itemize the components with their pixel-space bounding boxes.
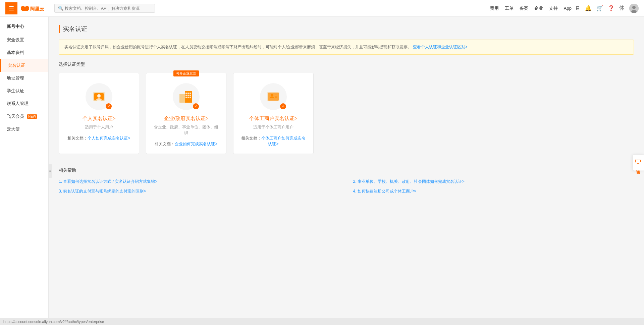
svg-rect-14 bbox=[190, 93, 191, 94]
personal-card-desc: 适用于个人用户 bbox=[85, 124, 113, 130]
float-shield-icon: 🛡 bbox=[635, 158, 642, 166]
sidebar-item-auth[interactable]: 实名认证 bbox=[0, 59, 48, 72]
personal-card-title: 个人实名认证> bbox=[83, 115, 116, 122]
personal-check bbox=[106, 103, 112, 109]
svg-rect-17 bbox=[190, 95, 191, 96]
enterprise-badge: 可开企业发票 bbox=[173, 70, 199, 76]
enterprise-card-desc: 含企业、政府、事业单位、团体、组织 bbox=[153, 124, 219, 136]
cart-icon[interactable]: 🛒 bbox=[596, 5, 603, 11]
sidebar-collapse-button[interactable]: ≡ bbox=[48, 164, 52, 178]
hamburger-button[interactable]: ☰ bbox=[5, 2, 17, 14]
svg-rect-24 bbox=[270, 97, 274, 98]
nav-app[interactable]: App bbox=[564, 6, 572, 11]
status-url: https://account.console.aliyun.com/v2#/a… bbox=[3, 320, 104, 324]
svg-rect-15 bbox=[185, 95, 187, 96]
help-icon[interactable]: ❓ bbox=[608, 5, 614, 11]
svg-rect-13 bbox=[187, 93, 189, 94]
sidebar-item-member[interactable]: 飞天会员 NEW bbox=[0, 110, 48, 123]
svg-point-9 bbox=[96, 98, 102, 101]
svg-point-8 bbox=[97, 94, 101, 98]
sidebar-item-contact[interactable]: 联系人管理 bbox=[0, 97, 48, 110]
personal-doc-link[interactable]: 个人如何完成实名认证> bbox=[88, 136, 130, 141]
card-individual-business[interactable]: 个体工商户实名认证> 适用于个体工商户用户 相关文档：个体工商户如何完成实名认证… bbox=[233, 73, 314, 154]
enterprise-icon-wrap bbox=[173, 83, 200, 110]
enterprise-check bbox=[193, 103, 199, 109]
topbar-icons: 🖥 🔔 🛒 ❓ 体 bbox=[575, 4, 639, 13]
svg-rect-18 bbox=[185, 97, 187, 98]
search-icon: 🔍 bbox=[58, 6, 63, 11]
sidebar-item-profile[interactable]: 基本资料 bbox=[0, 46, 48, 59]
topbar: ☰ 阿里云 🔍 费用 工单 备案 企业 支持 App 🖥 🔔 🛒 ❓ 体 bbox=[0, 0, 644, 17]
card-personal[interactable]: 个人实名认证> 适用于个人用户 相关文档：个人如何完成实名认证> bbox=[59, 73, 139, 154]
main-content: 实名认证 实名认证决定了账号归属，如企业使用的账号进行个人实名认证，在人员变动交… bbox=[49, 17, 644, 325]
individual-icon-wrap bbox=[260, 83, 287, 110]
svg-rect-20 bbox=[190, 97, 191, 98]
sidebar-item-security[interactable]: 安全设置 bbox=[0, 34, 48, 46]
search-box[interactable]: 🔍 bbox=[54, 4, 155, 13]
help-section: 相关帮助 1. 查看如何选择实名认证方式 / 实名认证介绍方式集锦> 2. 事业… bbox=[59, 167, 634, 194]
help-link-4[interactable]: 4. 如何快速注册公司或个体工商户> bbox=[353, 188, 634, 194]
svg-text:阿里云: 阿里云 bbox=[30, 6, 44, 11]
sidebar: 账号中心 安全设置 基本资料 实名认证 地址管理 学生认证 联系人管理 飞天会员… bbox=[0, 17, 49, 325]
svg-rect-16 bbox=[187, 95, 189, 96]
sidebar-item-ambassador[interactable]: 云大使 bbox=[0, 123, 48, 136]
nav-cost[interactable]: 费用 bbox=[490, 5, 499, 11]
help-links: 1. 查看如何选择实名认证方式 / 实名认证介绍方式集锦> 2. 事业单位、学校… bbox=[59, 179, 634, 194]
topbar-nav: 费用 工单 备案 企业 支持 App bbox=[490, 5, 572, 11]
svg-rect-26 bbox=[275, 96, 277, 97]
hamburger-icon: ☰ bbox=[9, 5, 14, 12]
individual-doc-link[interactable]: 个体工商户如何完成实名认证> bbox=[261, 136, 306, 146]
warning-text: 实名认证决定了账号归属，如企业使用的账号进行个人实名认证，在人员变动交接账号或账… bbox=[64, 45, 412, 49]
sidebar-section-title: 账号中心 bbox=[0, 17, 48, 34]
section-label: 选择认证类型 bbox=[59, 61, 634, 67]
enterprise-card-title: 企业/政府实名认证> bbox=[164, 115, 209, 122]
card-enterprise[interactable]: 可开企业发票 bbox=[146, 73, 226, 154]
statusbar: https://account.console.aliyun.com/v2#/a… bbox=[0, 318, 644, 325]
enterprise-doc-link[interactable]: 企业如何完成实名认证> bbox=[175, 142, 217, 146]
nav-record[interactable]: 备案 bbox=[520, 5, 528, 11]
sidebar-item-address[interactable]: 地址管理 bbox=[0, 72, 48, 85]
sidebar-item-student[interactable]: 学生认证 bbox=[0, 85, 48, 97]
svg-point-3 bbox=[632, 6, 636, 9]
enterprise-card-doc: 相关文档：企业如何完成实名认证> bbox=[155, 141, 217, 147]
individual-check bbox=[280, 103, 286, 109]
personal-icon-wrap bbox=[86, 83, 112, 110]
avatar[interactable] bbox=[629, 4, 639, 13]
page-title-bar: 实名认证 bbox=[59, 25, 634, 33]
help-link-3[interactable]: 3. 实名认证的支付宝与账号绑定的支付宝的区别> bbox=[59, 188, 340, 194]
media-icon[interactable]: 体 bbox=[619, 5, 625, 12]
logo[interactable]: 阿里云 bbox=[21, 3, 48, 13]
warning-link[interactable]: 查看个人认证和企业认证区别> bbox=[413, 45, 468, 49]
svg-rect-12 bbox=[185, 93, 187, 94]
svg-rect-19 bbox=[187, 97, 189, 98]
svg-rect-22 bbox=[268, 93, 279, 101]
search-input[interactable] bbox=[65, 6, 151, 11]
svg-point-23 bbox=[271, 94, 273, 97]
nav-enterprise[interactable]: 企业 bbox=[534, 5, 543, 11]
personal-card-doc: 相关文档：个人如何完成实名认证> bbox=[67, 136, 130, 141]
help-link-2[interactable]: 2. 事业单位、学校、机关、政府、社会团体如何完成实名认证> bbox=[353, 179, 634, 184]
cards-container: 个人实名认证> 适用于个人用户 相关文档：个人如何完成实名认证> 可开企业发票 bbox=[59, 73, 634, 154]
help-link-1[interactable]: 1. 查看如何选择实名认证方式 / 实名认证介绍方式集锦> bbox=[59, 179, 340, 184]
nav-ticket[interactable]: 工单 bbox=[505, 5, 514, 11]
svg-rect-27 bbox=[275, 97, 277, 98]
nav-support[interactable]: 支持 bbox=[549, 5, 558, 11]
individual-card-desc: 适用于个体工商户用户 bbox=[253, 124, 293, 130]
individual-card-doc: 相关文档：个体工商户如何完成实名认证> bbox=[240, 136, 307, 147]
float-certification-button[interactable]: 🛡 认证咨询 bbox=[633, 154, 644, 171]
svg-rect-25 bbox=[275, 95, 277, 95]
bell-icon[interactable]: 🔔 bbox=[585, 5, 592, 11]
warning-banner: 实名认证决定了账号归属，如企业使用的账号进行个人实名认证，在人员变动交接账号或账… bbox=[59, 40, 634, 55]
layout: 账号中心 安全设置 基本资料 实名认证 地址管理 学生认证 联系人管理 飞天会员… bbox=[0, 17, 644, 325]
help-title: 相关帮助 bbox=[59, 167, 634, 173]
member-badge: NEW bbox=[27, 114, 37, 119]
page-title: 实名认证 bbox=[63, 25, 87, 33]
individual-card-title: 个体工商户实名认证> bbox=[249, 115, 298, 122]
monitor-icon[interactable]: 🖥 bbox=[575, 5, 580, 11]
